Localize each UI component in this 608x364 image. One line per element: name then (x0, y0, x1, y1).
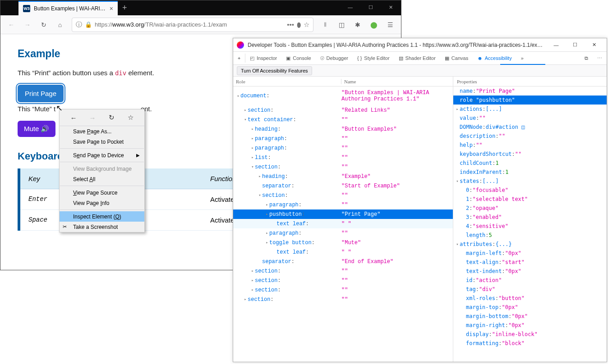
tree-row[interactable]: ▸pushbutton:"Print Page" (233, 209, 453, 219)
accessibility-tree[interactable]: Role Name ▾document:"Button Examples | W… (233, 77, 453, 362)
prop-row[interactable]: DOMNode: div#action ◫ (453, 123, 607, 132)
print-page-button[interactable]: Print Page (18, 85, 64, 102)
menu-icon[interactable]: ☰ (383, 18, 397, 32)
tab-shader-editor[interactable]: ▧Shader Editor (394, 52, 440, 65)
ctx-select-all[interactable]: Select All (60, 174, 144, 184)
twisty-icon[interactable]: ▸ (243, 108, 248, 113)
mute-button[interactable]: Mute🔊 (18, 121, 55, 137)
url-bar[interactable]: ⓘ 🔒 https://www.w3.org/TR/wai-aria-pract… (72, 18, 313, 32)
library-icon[interactable]: ⫴ (318, 18, 332, 32)
prop-row[interactable]: ▾states: [...] (453, 177, 607, 186)
ctx-bookmark-icon[interactable]: ☆ (124, 111, 137, 124)
properties-panel[interactable]: Properties name: "Print Page"role: "push… (453, 77, 607, 362)
twisty-icon[interactable]: ▸ (250, 268, 255, 273)
prop-row[interactable]: indexInParent: 1 (453, 168, 607, 177)
close-icon[interactable]: × (110, 5, 113, 12)
info-icon[interactable]: ⓘ (76, 21, 82, 29)
tab-inspector[interactable]: ◰Inspector (245, 52, 281, 65)
tree-row[interactable]: ▸paragraph:"" (233, 200, 453, 209)
twisty-icon[interactable]: ▾ (455, 242, 460, 246)
ctx-view-info[interactable]: View Page Info (60, 198, 144, 208)
twisty-icon[interactable]: ▾ (250, 164, 255, 169)
twisty-icon[interactable]: ▸ (250, 155, 255, 160)
tree-row[interactable]: ▸paragraph:"" (233, 143, 453, 153)
back-button[interactable]: ← (4, 18, 18, 32)
tab-accessibility[interactable]: ☻Accessibility (473, 52, 516, 65)
tree-row[interactable]: ▾section:"" (233, 162, 453, 172)
ctx-save-as[interactable]: Save Page As... (60, 126, 144, 136)
twisty-icon[interactable]: ▸ (250, 278, 255, 283)
twisty-icon[interactable]: ▸ (265, 231, 269, 236)
tab-debugger[interactable]: ⦾Debugger (316, 52, 353, 65)
sidebar-icon[interactable]: ◫ (334, 18, 349, 32)
prop-row[interactable]: value: "" (453, 114, 607, 123)
ctx-back-icon[interactable]: ← (67, 111, 80, 124)
prop-row[interactable]: margin-right: "0px" (453, 321, 607, 330)
tree-row[interactable]: ▸toggle button:"Mute" (233, 238, 453, 247)
prop-row[interactable]: id: "action" (453, 276, 607, 285)
tree-row[interactable]: ▸list:"" (233, 153, 453, 162)
tree-row[interactable]: ▾section:"" (233, 191, 453, 200)
browser-tab[interactable]: W3 Button Examples | WAI-ARIA Au × (18, 1, 118, 15)
tree-row[interactable]: ▸section:"" (233, 266, 453, 276)
twisty-icon[interactable]: ▸ (250, 146, 255, 150)
twisty-icon[interactable]: ▸ (265, 212, 269, 217)
prop-row[interactable]: margin-left: "0px" (453, 249, 607, 258)
tab-style-editor[interactable]: { }Style Editor (353, 52, 394, 65)
minimize-icon[interactable]: — (340, 0, 360, 14)
dock-icon[interactable]: ⧉ (580, 52, 593, 65)
ctx-pocket[interactable]: Save Page to Pocket (60, 136, 144, 147)
close-icon[interactable]: ✕ (381, 0, 401, 14)
turn-off-a11y-button[interactable]: Turn Off Accessibility Features (237, 66, 312, 75)
prop-row[interactable]: 3: "enabled" (453, 213, 607, 222)
pick-element-button[interactable]: ⌖ (233, 52, 245, 65)
twisty-icon[interactable]: ▾ (455, 179, 460, 183)
prop-row[interactable]: text-align: "start" (453, 258, 607, 267)
twisty-icon[interactable]: ▾ (243, 117, 248, 122)
addon2-icon[interactable]: ⬤ (367, 18, 381, 32)
twisty-icon[interactable]: ▾ (258, 193, 262, 198)
prop-row[interactable]: margin-bottom: "0px" (453, 312, 607, 321)
ctx-reload-icon[interactable]: ↻ (105, 111, 118, 124)
tab-canvas[interactable]: ▦Canvas (440, 52, 473, 65)
twisty-icon[interactable]: ▸ (250, 127, 255, 132)
prop-row[interactable]: name: "Print Page" (453, 86, 607, 96)
twisty-icon[interactable]: ▸ (265, 240, 269, 245)
home-button[interactable]: ⌂ (53, 18, 67, 32)
prop-row[interactable]: 4: "sensitive" (453, 222, 607, 231)
twisty-icon[interactable]: ▸ (250, 287, 255, 292)
prop-row[interactable]: ▾attributes: {...} (453, 240, 607, 249)
tree-row[interactable]: ▸paragraph:"" (233, 134, 453, 143)
prop-row[interactable]: display: "inline-block" (453, 330, 607, 339)
options-icon[interactable]: ⋯ (593, 52, 607, 65)
prop-row[interactable]: description: "" (453, 132, 607, 141)
ctx-send-device[interactable]: Send Page to Device▶ (60, 150, 144, 160)
star-icon[interactable]: ☆ (304, 21, 309, 29)
prop-row[interactable]: help: "" (453, 141, 607, 150)
prop-row[interactable]: childCount: 1 (453, 159, 607, 168)
twisty-icon[interactable]: ▾ (236, 94, 240, 99)
reload-button[interactable]: ↻ (37, 18, 51, 32)
twisty-icon[interactable]: ▸ (243, 297, 248, 302)
tree-row[interactable]: text leaf:" " (233, 219, 453, 228)
twisty-icon[interactable]: ▸ (455, 107, 460, 111)
tree-row[interactable]: ▸section:"" (233, 276, 453, 285)
ctx-screenshot[interactable]: ✂Take a Screenshot (60, 222, 144, 232)
prop-row[interactable]: margin-top: "0px" (453, 303, 607, 312)
prop-row[interactable]: keyboardShortcut: "" (453, 150, 607, 159)
reader-icon[interactable]: ⬮ (297, 21, 301, 29)
minimize-icon[interactable]: — (547, 38, 565, 52)
tree-row[interactable]: ▾text container:"" (233, 115, 453, 124)
tree-row[interactable]: ▸section:"Related Links" (233, 105, 453, 115)
tree-row[interactable]: ▾document:"Button Examples | WAI-ARIA Au… (233, 86, 453, 105)
twisty-icon[interactable]: ▸ (258, 174, 262, 179)
more-icon[interactable]: ••• (287, 21, 294, 28)
prop-row[interactable]: formatting: "block" (453, 339, 607, 348)
prop-row[interactable]: length: 5 (453, 231, 607, 240)
new-tab-button[interactable]: + (118, 0, 132, 15)
ctx-inspect-element[interactable]: Inspect Element (Q) (60, 211, 144, 222)
prop-row[interactable]: text-indent: "0px" (453, 267, 607, 276)
maximize-icon[interactable]: ☐ (566, 38, 584, 52)
addon-icon[interactable]: ✱ (350, 18, 365, 32)
tree-row[interactable]: text leaf:" " (233, 247, 453, 257)
